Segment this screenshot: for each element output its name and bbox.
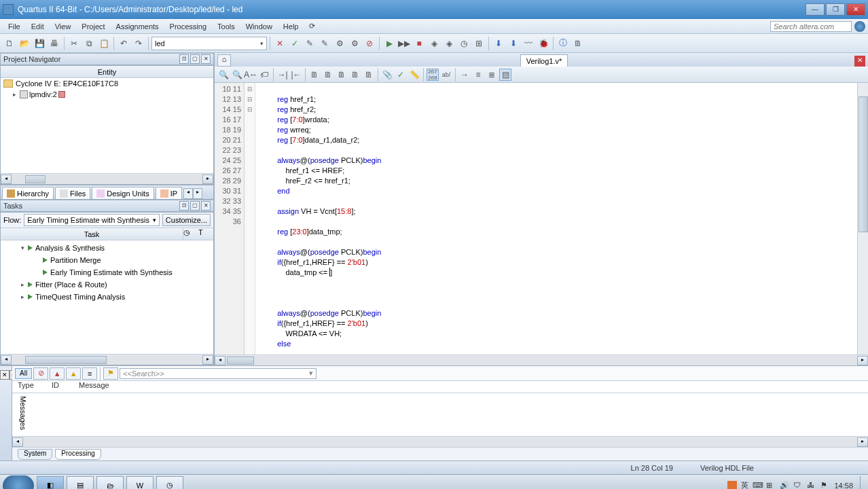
- download-icon[interactable]: ⬇: [492, 37, 505, 50]
- ed-indent-icon[interactable]: →|: [276, 69, 289, 81]
- nav-pin-icon[interactable]: ⊡: [179, 54, 189, 64]
- scroll-left-icon[interactable]: ◂: [215, 356, 225, 365]
- maximize-button[interactable]: ❐: [826, 3, 845, 16]
- tool-icon[interactable]: ⚙: [333, 37, 346, 50]
- editor-vscroll[interactable]: [857, 83, 868, 355]
- check-icon[interactable]: ✓: [288, 37, 302, 50]
- menu-tools[interactable]: Tools: [212, 21, 240, 32]
- tray-icon1[interactable]: [727, 481, 737, 490]
- task-col2[interactable]: ◷: [183, 228, 198, 240]
- scroll-thumb[interactable]: [25, 356, 107, 364]
- tray-icon2[interactable]: ⌨: [753, 481, 762, 490]
- redo-icon[interactable]: ↷: [132, 37, 145, 50]
- menu-project[interactable]: Project: [76, 21, 110, 32]
- code-editor[interactable]: reg href_r1; reg href_r2; reg [7:0]wrdat…: [255, 83, 868, 355]
- globe-icon[interactable]: [854, 21, 865, 32]
- tab-processing[interactable]: Processing: [55, 449, 101, 460]
- ed-ruler-icon[interactable]: 📏: [408, 69, 420, 81]
- tasks-pin-icon[interactable]: ⊡: [179, 201, 189, 211]
- home-tab[interactable]: ⌂: [217, 54, 231, 67]
- undo-icon[interactable]: ↶: [117, 37, 130, 50]
- save-icon[interactable]: 💾: [33, 37, 46, 50]
- task-timequest[interactable]: ▸TimeQuest Timing Analysis: [1, 291, 213, 303]
- ed-doc4-icon[interactable]: 🗎: [349, 69, 361, 81]
- ed-arrow-icon[interactable]: →: [458, 69, 471, 81]
- task-fitter[interactable]: ▸Fitter (Place & Route): [1, 278, 213, 291]
- ed-layout2-icon[interactable]: ≣: [486, 69, 498, 81]
- msg-hscroll[interactable]: ◂▸: [12, 436, 868, 447]
- wave-icon[interactable]: 〰: [522, 37, 535, 50]
- tray-network-icon[interactable]: 🖧: [807, 481, 816, 490]
- nav-close-icon[interactable]: ✕: [201, 54, 211, 64]
- stop-icon[interactable]: ■: [412, 37, 426, 50]
- col-type[interactable]: Type: [18, 381, 52, 393]
- net-icon[interactable]: ⊞: [472, 37, 486, 50]
- taskbar-app1[interactable]: ◧: [37, 476, 64, 490]
- tab-ip[interactable]: IP: [156, 187, 182, 199]
- expand-icon[interactable]: ▸: [13, 91, 20, 98]
- tasks-close-icon[interactable]: ✕: [201, 201, 211, 211]
- editor-hscroll[interactable]: ◂ ▸: [215, 355, 868, 365]
- open-icon[interactable]: 📂: [18, 37, 31, 50]
- ed-replace-icon[interactable]: A↔: [245, 69, 257, 81]
- scroll-thumb[interactable]: [25, 175, 46, 183]
- tasks-hscroll[interactable]: ◂ ▸: [1, 354, 213, 365]
- ed-find-icon[interactable]: 🔍: [217, 69, 230, 81]
- file-tab[interactable]: Verilog1.v*: [520, 54, 568, 67]
- copy-icon[interactable]: ⧉: [82, 37, 96, 50]
- customize-button[interactable]: Customize...: [162, 214, 211, 226]
- ed-doc2-icon[interactable]: 🗎: [322, 69, 334, 81]
- ed-layout1-icon[interactable]: ≡: [472, 69, 484, 81]
- tasks-float-icon[interactable]: ▢: [190, 201, 200, 211]
- tab-nav-right[interactable]: ▸: [193, 188, 202, 199]
- bug-icon[interactable]: 🐞: [537, 37, 550, 50]
- ed-layout3-icon[interactable]: ▤: [499, 69, 511, 81]
- scroll-right-icon[interactable]: ▸: [202, 355, 213, 365]
- run-icon[interactable]: ▶▶: [397, 37, 411, 50]
- taskbar-app5[interactable]: ◷: [156, 476, 183, 490]
- tab-nav-left[interactable]: ◂: [183, 188, 193, 199]
- filter-info-icon[interactable]: ≡: [82, 367, 97, 380]
- tray-volume-icon[interactable]: 🔊: [780, 481, 789, 490]
- ed-268-icon[interactable]: 267268: [427, 69, 439, 81]
- taskbar-app4[interactable]: W: [126, 476, 153, 490]
- menu-help[interactable]: Help: [278, 21, 304, 32]
- filter-all-button[interactable]: All: [15, 368, 32, 379]
- scroll-right-icon[interactable]: ▸: [857, 356, 868, 365]
- messages-side-tab[interactable]: ✕ ⊡ Messages: [0, 366, 12, 460]
- menu-view[interactable]: View: [50, 21, 77, 32]
- col-message[interactable]: Message: [79, 381, 109, 393]
- flow-selector[interactable]: Early Timing Estimate with Synthesis: [24, 214, 160, 226]
- ed-doc3-icon[interactable]: 🗎: [336, 69, 348, 81]
- settings-icon[interactable]: ✕: [273, 37, 287, 50]
- tray-shield-icon[interactable]: 🛡: [793, 481, 803, 490]
- ed-attach-icon[interactable]: 📎: [381, 69, 393, 81]
- print-icon[interactable]: 🖶: [48, 37, 61, 50]
- filter-error-icon[interactable]: ⊘: [33, 367, 48, 380]
- scroll-left-icon[interactable]: ◂: [1, 175, 12, 184]
- message-search[interactable]: <<Search>>: [120, 368, 317, 379]
- info-icon[interactable]: ⓘ: [556, 37, 570, 50]
- play-icon[interactable]: ▶: [382, 37, 396, 50]
- tab-hierarchy[interactable]: Hierarchy: [2, 187, 54, 199]
- ed-doc5-icon[interactable]: 🗎: [363, 69, 375, 81]
- project-selector[interactable]: led: [151, 37, 267, 50]
- fold-gutter[interactable]: ⊟ ⊟ ⊟: [245, 83, 255, 355]
- minimize-button[interactable]: —: [806, 3, 825, 16]
- chip-icon[interactable]: ◈: [427, 37, 441, 50]
- filter-critical-icon[interactable]: ▲: [50, 367, 65, 380]
- stop-red-icon[interactable]: ⊘: [363, 37, 376, 50]
- col-id[interactable]: ID: [52, 381, 79, 393]
- ed-check-icon[interactable]: ✓: [395, 69, 407, 81]
- ed-ab-icon[interactable]: ab/: [440, 69, 452, 81]
- device-row[interactable]: Cyclone IV E: EP4CE10F17C8: [1, 78, 213, 89]
- menu-file[interactable]: File: [3, 21, 26, 32]
- nav-hscroll[interactable]: ◂ ▸: [1, 173, 213, 184]
- wand-icon[interactable]: ✎: [303, 37, 317, 50]
- instance-row[interactable]: ▸ lpmdiv:2: [1, 89, 213, 100]
- scroll-left-icon[interactable]: ◂: [1, 355, 12, 365]
- clock-icon[interactable]: ◷: [457, 37, 471, 50]
- ed-outdent-icon[interactable]: |←: [290, 69, 302, 81]
- task-col[interactable]: Task: [1, 228, 183, 240]
- taskbar-app2[interactable]: ▤: [67, 476, 94, 490]
